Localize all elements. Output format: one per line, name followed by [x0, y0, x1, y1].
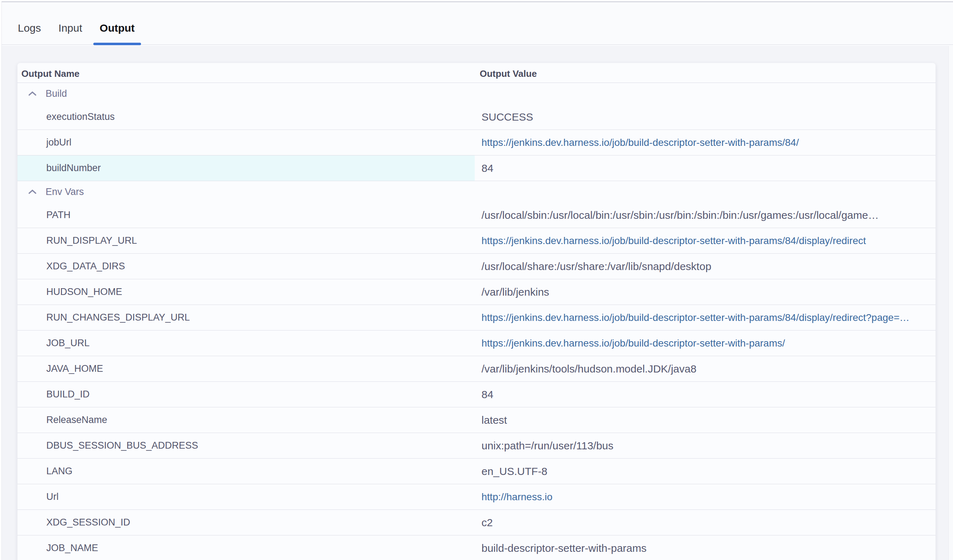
output-table-card: Output Name Output Value BuildexecutionS… — [17, 63, 936, 560]
output-name-cell: BUILD_ID — [17, 382, 475, 407]
value-link[interactable]: https://jenkins.dev.harness.io/job/build… — [481, 137, 799, 149]
chevron-up-icon[interactable] — [28, 189, 37, 195]
output-name-cell: LANG — [17, 459, 475, 484]
output-value-cell: 84 — [475, 382, 936, 407]
value-text: /var/lib/jenkins/tools/hudson.model.JDK/… — [481, 363, 697, 375]
table-row: XDG_DATA_DIRS/usr/local/share:/usr/share… — [17, 254, 936, 279]
table-row: jobUrlhttps://jenkins.dev.harness.io/job… — [17, 130, 936, 155]
output-name-cell: DBUS_SESSION_BUS_ADDRESS — [17, 433, 475, 458]
value-link[interactable]: https://jenkins.dev.harness.io/job/build… — [481, 235, 866, 246]
output-name-cell: JAVA_HOME — [17, 356, 475, 381]
output-value-cell: SUCCESS — [475, 104, 936, 130]
table-row: JOB_URLhttps://jenkins.dev.harness.io/jo… — [17, 331, 936, 356]
value-text: /var/lib/jenkins — [481, 286, 549, 298]
output-value-cell: https://jenkins.dev.harness.io/job/build… — [475, 130, 936, 155]
table-row: HUDSON_HOME/var/lib/jenkins — [17, 279, 936, 305]
table-row: Urlhttp://harness.io — [17, 484, 936, 510]
value-text: SUCCESS — [481, 111, 533, 123]
output-name-cell: executionStatus — [17, 104, 475, 130]
table-row: LANGen_US.UTF-8 — [17, 459, 936, 484]
value-text: /usr/local/share:/usr/share:/var/lib/sna… — [481, 260, 711, 272]
table-row: executionStatusSUCCESS — [17, 104, 936, 130]
value-link[interactable]: https://jenkins.dev.harness.io/job/build… — [481, 312, 910, 323]
table-row: BUILD_ID84 — [17, 382, 936, 407]
output-name-cell: PATH — [17, 203, 475, 228]
output-value-cell: unix:path=/run/user/113/bus — [475, 433, 936, 458]
table-row: JAVA_HOME/var/lib/jenkins/tools/hudson.m… — [17, 356, 936, 382]
output-name-cell: HUDSON_HOME — [17, 279, 475, 305]
section-label: Build — [46, 88, 67, 99]
column-header-output-name: Output Name — [17, 68, 475, 79]
content-area: Output Name Output Value BuildexecutionS… — [2, 46, 953, 560]
table-row: JOB_NAMEbuild-descriptor-setter-with-par… — [17, 535, 936, 560]
output-value-cell: /var/lib/jenkins/tools/hudson.model.JDK/… — [475, 356, 936, 381]
output-name-cell: RUN_CHANGES_DISPLAY_URL — [17, 305, 475, 330]
table-header: Output Name Output Value — [17, 63, 936, 83]
chevron-up-icon[interactable] — [28, 91, 37, 96]
table-row: XDG_SESSION_IDc2 — [17, 510, 936, 535]
table-row: PATH/usr/local/sbin:/usr/local/bin:/usr/… — [17, 203, 936, 228]
value-text: unix:path=/run/user/113/bus — [481, 440, 614, 452]
output-value-cell: build-descriptor-setter-with-params — [475, 535, 936, 560]
tab-bar: LogsInputOutput — [2, 2, 953, 45]
output-name-cell: ReleaseName — [17, 407, 475, 433]
column-header-output-value: Output Value — [475, 68, 936, 79]
output-name-cell: buildNumber — [17, 155, 475, 181]
table-row: RUN_CHANGES_DISPLAY_URLhttps://jenkins.d… — [17, 305, 936, 331]
value-link[interactable]: https://jenkins.dev.harness.io/job/build… — [481, 338, 785, 349]
output-name-cell: Url — [17, 484, 475, 509]
output-name-cell: JOB_NAME — [17, 535, 475, 560]
scrollbar-track[interactable] — [948, 46, 953, 560]
output-value-cell: https://jenkins.dev.harness.io/job/build… — [475, 305, 936, 330]
value-text: 84 — [481, 388, 493, 401]
window: LogsInputOutput Output Name Output Value… — [2, 2, 953, 560]
output-value-cell: http://harness.io — [475, 484, 936, 509]
tab-logs[interactable]: Logs — [11, 11, 47, 45]
tab-input[interactable]: Input — [52, 11, 88, 45]
output-name-cell: RUN_DISPLAY_URL — [17, 228, 475, 253]
output-value-cell: en_US.UTF-8 — [475, 459, 936, 484]
output-value-cell: /usr/local/share:/usr/share:/var/lib/sna… — [475, 254, 936, 279]
table-row: RUN_DISPLAY_URLhttps://jenkins.dev.harne… — [17, 228, 936, 254]
table-body: BuildexecutionStatusSUCCESSjobUrlhttps:/… — [17, 83, 936, 560]
section-row-env-vars[interactable]: Env Vars — [17, 181, 936, 203]
output-name-cell: jobUrl — [17, 130, 475, 155]
value-text: /usr/local/sbin:/usr/local/bin:/usr/sbin… — [481, 209, 878, 221]
value-text: build-descriptor-setter-with-params — [481, 542, 646, 554]
output-value-cell: latest — [475, 407, 936, 433]
value-text: 84 — [481, 162, 493, 174]
table-row: DBUS_SESSION_BUS_ADDRESSunix:path=/run/u… — [17, 433, 936, 459]
output-value-cell: https://jenkins.dev.harness.io/job/build… — [475, 228, 936, 253]
value-text: c2 — [481, 517, 493, 529]
value-text: en_US.UTF-8 — [481, 466, 547, 478]
value-link[interactable]: http://harness.io — [481, 491, 553, 503]
output-value-cell: c2 — [475, 510, 936, 535]
output-value-cell: /var/lib/jenkins — [475, 279, 936, 305]
section-row-build[interactable]: Build — [17, 83, 936, 104]
section-label: Env Vars — [46, 186, 84, 198]
output-value-cell: 84 — [475, 155, 936, 181]
value-text: latest — [481, 414, 507, 426]
output-name-cell: XDG_SESSION_ID — [17, 510, 475, 535]
output-name-cell: JOB_URL — [17, 331, 475, 356]
table-row: ReleaseNamelatest — [17, 407, 936, 433]
output-value-cell: /usr/local/sbin:/usr/local/bin:/usr/sbin… — [475, 203, 936, 228]
table-row: buildNumber84 — [17, 155, 936, 181]
output-value-cell: https://jenkins.dev.harness.io/job/build… — [475, 331, 936, 356]
output-name-cell: XDG_DATA_DIRS — [17, 254, 475, 279]
tab-output[interactable]: Output — [93, 11, 141, 45]
